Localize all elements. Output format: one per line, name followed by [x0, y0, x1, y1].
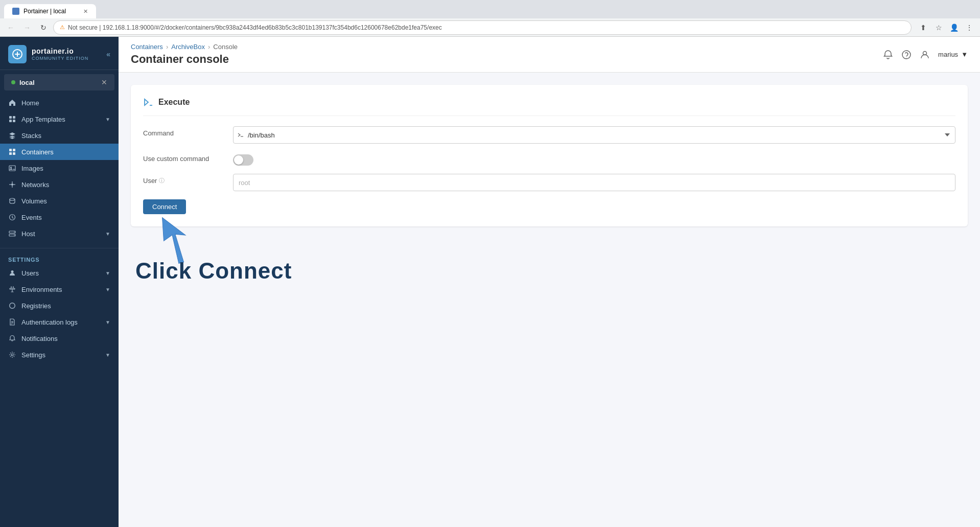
- share-button[interactable]: ⬆: [917, 21, 930, 34]
- sidebar-item-label: Images: [21, 165, 110, 172]
- user-label-text: User: [143, 177, 157, 185]
- main-content: Containers › ArchiveBox › Console Contai…: [119, 37, 980, 527]
- sidebar-item-label: App Templates: [21, 116, 100, 123]
- user-menu[interactable]: marius ▼: [938, 51, 968, 58]
- networks-icon: [8, 180, 16, 189]
- bell-icon: [8, 334, 16, 342]
- svg-point-11: [11, 184, 13, 186]
- svg-point-16: [10, 198, 15, 200]
- svg-rect-4: [13, 120, 15, 122]
- bookmark-button[interactable]: ☆: [932, 21, 945, 34]
- main-header: Containers › ArchiveBox › Console Contai…: [119, 37, 980, 73]
- annotation-label: Click Connect: [135, 258, 292, 283]
- breadcrumb-archivebox[interactable]: ArchiveBox: [171, 43, 205, 51]
- image-icon: [8, 164, 16, 172]
- address-bar[interactable]: ⚠ Not secure | 192.168.1.18:9000/#/2/doc…: [53, 20, 912, 35]
- sidebar-item-label: Settings: [21, 351, 100, 359]
- sidebar-item-environments[interactable]: Environments ▼: [0, 281, 119, 297]
- execute-icon: [143, 97, 153, 107]
- sidebar-item-users[interactable]: Users ▼: [0, 265, 119, 281]
- logo-icon: [8, 45, 27, 63]
- sidebar-divider: [0, 248, 119, 248]
- sidebar-item-volumes[interactable]: Volumes: [0, 193, 119, 209]
- registries-icon: [8, 302, 16, 310]
- user-profile-icon[interactable]: [920, 50, 930, 60]
- user-form-group: User ⓘ: [143, 174, 955, 191]
- settings-section-label: Settings: [0, 250, 119, 265]
- sidebar-item-settings[interactable]: Settings ▼: [0, 347, 119, 363]
- file-icon: [8, 318, 16, 326]
- username-label: marius: [938, 51, 958, 58]
- tab-close-button[interactable]: ✕: [83, 8, 88, 15]
- svg-point-26: [11, 354, 13, 356]
- svg-rect-2: [13, 116, 15, 119]
- sidebar-item-home[interactable]: Home: [0, 95, 119, 111]
- sidebar-item-networks[interactable]: Networks: [0, 176, 119, 193]
- sidebar-item-notifications[interactable]: Notifications: [0, 330, 119, 347]
- click-connect-text: Click Connect: [135, 258, 292, 284]
- profile-button[interactable]: 👤: [947, 21, 961, 34]
- sidebar-item-label: Volumes: [21, 197, 110, 205]
- chevron-down-icon: ▼: [105, 117, 110, 122]
- svg-rect-6: [13, 149, 15, 151]
- sidebar-item-stacks[interactable]: Stacks: [0, 127, 119, 144]
- annotation-arrow: [158, 215, 199, 266]
- sidebar: portainer.io COMMUNITY EDITION « local ✕…: [0, 37, 119, 527]
- sidebar-env-selector[interactable]: local ✕: [4, 74, 114, 90]
- browser-tab-active[interactable]: Portainer | local ✕: [4, 4, 96, 18]
- svg-point-10: [10, 167, 12, 168]
- sidebar-item-auth-logs[interactable]: Authentication logs ▼: [0, 314, 119, 330]
- svg-rect-8: [13, 152, 15, 155]
- sidebar-item-images[interactable]: Images: [0, 160, 119, 176]
- user-input[interactable]: [233, 174, 955, 191]
- toggle-knob: [234, 155, 243, 165]
- security-warning-icon: ⚠: [60, 24, 65, 31]
- command-select[interactable]: /bin/bash /bin/sh /bin/ash: [233, 126, 955, 144]
- header-actions: marius ▼: [883, 50, 968, 60]
- svg-point-21: [14, 235, 15, 236]
- browser-chrome: Portainer | local ✕ ← → ↻ ⚠ Not secure |…: [0, 0, 980, 37]
- sidebar-logo: portainer.io COMMUNITY EDITION «: [0, 37, 119, 70]
- chevron-down-icon: ▼: [105, 231, 110, 237]
- svg-point-27: [902, 51, 911, 59]
- sidebar-item-label: Environments: [21, 286, 100, 293]
- content-area: Execute Command /bin/bash /bin/sh /bi: [119, 73, 980, 247]
- toolbar-actions: ⬆ ☆ 👤 ⋮: [917, 21, 976, 34]
- user-label: User ⓘ: [143, 174, 225, 185]
- svg-marker-32: [158, 215, 192, 266]
- connect-button[interactable]: Connect: [143, 199, 186, 214]
- sidebar-item-host[interactable]: Host ▼: [0, 225, 119, 242]
- breadcrumb-current: Console: [213, 43, 238, 51]
- svg-rect-7: [9, 152, 12, 155]
- breadcrumb-separator: ›: [208, 43, 210, 51]
- tab-title: Portainer | local: [24, 8, 66, 15]
- browser-tabs: Portainer | local ✕: [0, 0, 980, 18]
- sidebar-item-containers[interactable]: Containers: [0, 144, 119, 160]
- reload-button[interactable]: ↻: [37, 21, 50, 34]
- custom-command-toggle[interactable]: [233, 154, 253, 166]
- sidebar-item-registries[interactable]: Registries: [0, 297, 119, 314]
- command-select-wrapper: /bin/bash /bin/sh /bin/ash: [233, 126, 955, 144]
- command-select-wrap: /bin/bash /bin/sh /bin/ash: [233, 126, 955, 144]
- sidebar-item-label: Registries: [21, 302, 110, 310]
- user-info-icon: ⓘ: [159, 177, 165, 185]
- card-header: Execute: [143, 97, 955, 116]
- breadcrumb: Containers › ArchiveBox › Console: [131, 43, 238, 51]
- sidebar-collapse-button[interactable]: «: [106, 50, 110, 58]
- sidebar-item-app-templates[interactable]: App Templates ▼: [0, 111, 119, 127]
- svg-rect-1: [9, 116, 12, 119]
- forward-button[interactable]: →: [20, 21, 34, 34]
- toggle-wrap: [233, 152, 955, 166]
- clock-icon: [8, 213, 16, 221]
- sidebar-item-label: Networks: [21, 181, 110, 189]
- back-button[interactable]: ←: [4, 21, 17, 34]
- sidebar-item-label: Users: [21, 269, 100, 277]
- env-close-button[interactable]: ✕: [101, 78, 107, 86]
- menu-button[interactable]: ⋮: [963, 21, 976, 34]
- notifications-bell-icon[interactable]: [883, 50, 893, 60]
- chevron-down-icon: ▼: [105, 270, 110, 276]
- breadcrumb-containers[interactable]: Containers: [131, 43, 163, 51]
- layers-icon: [8, 131, 16, 140]
- help-icon[interactable]: [901, 50, 912, 60]
- sidebar-item-events[interactable]: Events: [0, 209, 119, 225]
